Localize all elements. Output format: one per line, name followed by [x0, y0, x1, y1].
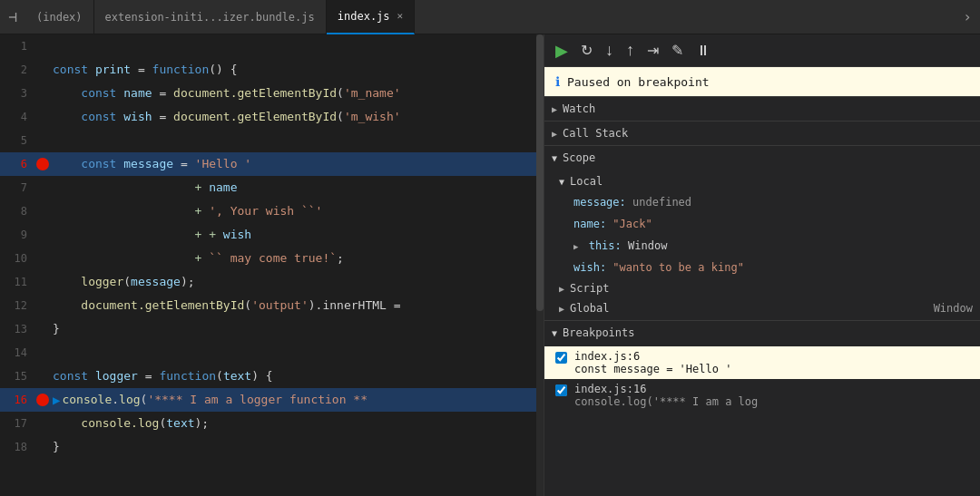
- main-content: 1 2 const print = function() { 3 const n…: [0, 34, 980, 496]
- paused-text: Paused on breakpoint: [567, 75, 710, 89]
- deactivate-button[interactable]: ✎: [668, 40, 687, 61]
- scope-section-header[interactable]: ▼ Scope: [544, 145, 980, 170]
- paused-banner: ℹ Paused on breakpoint: [544, 67, 980, 96]
- breakpoint-code: console.log('**** I am a log: [574, 395, 758, 408]
- breakpoint-file: index.js:16: [574, 383, 758, 395]
- chevron-right-icon: ›: [963, 8, 972, 25]
- table-row: 9 + + wish: [0, 223, 544, 247]
- triangle-icon: ▼: [559, 177, 564, 187]
- table-row: 1: [0, 34, 544, 58]
- tab-bundle[interactable]: extension-initi...izer.bundle.js: [94, 0, 327, 34]
- breakpoint-file: index.js:6: [574, 350, 731, 363]
- step-button[interactable]: ⇥: [643, 40, 662, 61]
- table-row: 16 ▶ console.log('**** I am a logger fun…: [0, 388, 544, 412]
- tab-label: extension-initi...izer.bundle.js: [105, 11, 315, 24]
- breakpoint-dot: [36, 181, 49, 194]
- current-line-arrow: ▶: [53, 393, 60, 407]
- list-item: index.js:6 const message = 'Hello ': [544, 346, 980, 379]
- table-row: 3 const name = document.getElementById('…: [0, 82, 544, 105]
- step-out-button[interactable]: ↑: [622, 39, 638, 62]
- right-panel: ▶ ↻ ↓ ↑ ⇥ ✎ ⏸ ℹ Paused on breakpoint ▶ W…: [544, 34, 980, 496]
- table-row: 5: [0, 129, 544, 152]
- breakpoint-dot: [36, 87, 49, 100]
- info-icon: ℹ: [555, 74, 560, 89]
- table-row: 2 const print = function() {: [0, 58, 544, 82]
- breakpoint-dot: [36, 252, 49, 265]
- table-row: 7 + name: [0, 176, 544, 199]
- close-tab-icon[interactable]: ✕: [397, 10, 404, 22]
- list-item: ▶ this: Window: [544, 235, 980, 257]
- triangle-icon: ▶: [559, 284, 564, 294]
- step-into-button[interactable]: ↓: [602, 39, 617, 62]
- breakpoint-code: const message = 'Hello ': [574, 363, 731, 375]
- table-row: 10 + `` may come true!`;: [0, 247, 544, 270]
- triangle-icon: ▼: [552, 328, 557, 338]
- list-item: index.js:16 console.log('**** I am a log: [544, 379, 980, 412]
- local-label: Local: [570, 175, 603, 188]
- breakpoint-dot: [36, 299, 49, 312]
- tab-indexjs[interactable]: index.js ✕: [327, 0, 415, 34]
- breakpoints-label: Breakpoints: [563, 326, 634, 339]
- breakpoint-dot: [36, 441, 49, 453]
- watch-label: Watch: [563, 102, 595, 115]
- list-item: name: "Jack": [544, 213, 980, 235]
- local-group-header[interactable]: ▼ Local: [544, 171, 980, 191]
- table-row: 14: [0, 341, 544, 365]
- global-group-header[interactable]: ▶ Global Window: [544, 298, 980, 318]
- breakpoint-dot: [36, 134, 49, 147]
- table-row: 17 console.log(text);: [0, 412, 544, 435]
- breakpoint-dot: [36, 346, 49, 359]
- scope-label: Scope: [563, 151, 595, 164]
- list-item: message: undefined: [544, 191, 980, 213]
- collapse-sidebar-button[interactable]: ⊣: [0, 8, 25, 25]
- script-label: Script: [570, 282, 609, 295]
- breakpoint-dot: [36, 205, 49, 218]
- code-scrollbar-thumb[interactable]: [536, 34, 544, 311]
- table-row: 11 logger(message);: [0, 270, 544, 294]
- watch-section-header[interactable]: ▶ Watch: [544, 96, 980, 121]
- triangle-icon: ▶: [559, 304, 564, 314]
- breakpoint-checkbox[interactable]: [555, 352, 567, 364]
- table-row: 13 }: [0, 317, 544, 341]
- triangle-icon: ▶: [573, 242, 578, 251]
- list-item: wish: "wanto to be a king": [544, 257, 980, 278]
- breakpoints-section-header[interactable]: ▼ Breakpoints: [544, 320, 980, 345]
- tab-label: (index): [36, 11, 83, 24]
- scope-content: ▼ Local message: undefined name: "Jack" …: [544, 170, 980, 320]
- table-row: 15 const logger = function(text) {: [0, 365, 544, 388]
- tab-bar: ⊣ (index) extension-initi...izer.bundle.…: [0, 0, 980, 34]
- breakpoint-checkbox[interactable]: [555, 384, 567, 396]
- breakpoint-dot: [36, 111, 49, 123]
- call-stack-section-header[interactable]: ▶ Call Stack: [544, 121, 980, 145]
- breakpoint-dot: [36, 229, 49, 241]
- code-scrollbar[interactable]: [536, 34, 544, 496]
- breakpoint-dot: [36, 40, 49, 53]
- tab-overflow-button[interactable]: ›: [955, 8, 980, 25]
- pause-exceptions-button[interactable]: ⏸: [692, 41, 714, 61]
- breakpoint-dot: [36, 63, 49, 76]
- debug-toolbar: ▶ ↻ ↓ ↑ ⇥ ✎ ⏸: [544, 34, 980, 67]
- sidebar-toggle-icon: ⊣: [8, 8, 17, 25]
- table-row: 8 + ', Your wish ``': [0, 199, 544, 223]
- table-row: 6 const message = 'Hello ': [0, 152, 544, 176]
- code-panel: 1 2 const print = function() { 3 const n…: [0, 34, 544, 496]
- table-row: 18 }: [0, 435, 544, 459]
- global-value: Window: [934, 302, 973, 315]
- code-lines: 1 2 const print = function() { 3 const n…: [0, 34, 544, 496]
- triangle-icon: ▶: [552, 104, 557, 114]
- breakpoint-dot: [36, 158, 49, 170]
- breakpoint-dot: [36, 417, 49, 430]
- script-group-header[interactable]: ▶ Script: [544, 278, 980, 298]
- global-label: Global: [570, 302, 609, 315]
- resume-button[interactable]: ▶: [552, 39, 572, 63]
- breakpoints-content: index.js:6 const message = 'Hello ' inde…: [544, 345, 980, 413]
- breakpoint-dot: [36, 370, 49, 383]
- breakpoint-dot: [36, 276, 49, 288]
- triangle-icon: ▶: [552, 129, 557, 139]
- triangle-icon: ▼: [552, 153, 557, 163]
- tab-label: index.js: [338, 10, 390, 23]
- tab-index[interactable]: (index): [25, 0, 94, 34]
- breakpoint-dot: [36, 394, 49, 406]
- step-over-button[interactable]: ↻: [577, 40, 596, 61]
- table-row: 4 const wish = document.getElementById('…: [0, 105, 544, 129]
